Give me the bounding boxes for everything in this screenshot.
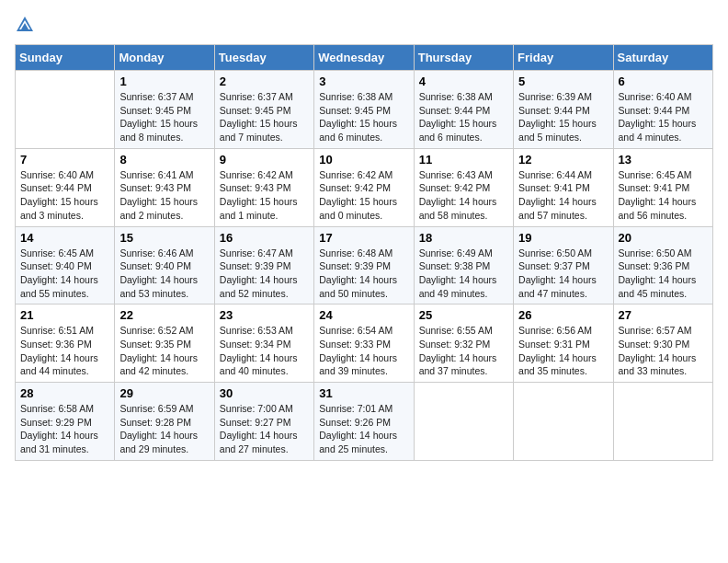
calendar-cell: 12Sunrise: 6:44 AM Sunset: 9:41 PM Dayli… [514,148,613,226]
day-info: Sunrise: 6:40 AM Sunset: 9:44 PM Dayligh… [619,90,708,144]
day-info: Sunrise: 6:47 AM Sunset: 9:39 PM Dayligh… [220,247,309,301]
day-header-saturday: Saturday [613,45,712,71]
calendar-cell: 20Sunrise: 6:50 AM Sunset: 9:36 PM Dayli… [613,226,712,304]
day-info: Sunrise: 7:01 AM Sunset: 9:26 PM Dayligh… [319,402,408,456]
day-info: Sunrise: 6:42 AM Sunset: 9:42 PM Dayligh… [319,168,408,223]
day-info: Sunrise: 6:59 AM Sunset: 9:28 PM Dayligh… [119,402,209,456]
day-number: 16 [220,231,309,245]
calendar-cell: 16Sunrise: 6:47 AM Sunset: 9:39 PM Dayli… [214,226,313,304]
day-number: 25 [419,308,508,322]
calendar-cell: 10Sunrise: 6:42 AM Sunset: 9:42 PM Dayli… [314,148,414,226]
day-info: Sunrise: 6:56 AM Sunset: 9:31 PM Dayligh… [518,324,608,378]
calendar-cell: 22Sunrise: 6:52 AM Sunset: 9:35 PM Dayli… [115,304,214,383]
day-number: 15 [119,231,209,245]
calendar-cell [613,383,712,461]
day-number: 2 [220,75,309,88]
calendar-cell: 19Sunrise: 6:50 AM Sunset: 9:37 PM Dayli… [514,226,613,304]
day-number: 6 [619,75,708,88]
day-header-wednesday: Wednesday [314,45,414,71]
calendar-week-row: 7Sunrise: 6:40 AM Sunset: 9:44 PM Daylig… [16,148,713,226]
day-info: Sunrise: 6:50 AM Sunset: 9:36 PM Dayligh… [619,247,708,301]
day-info: Sunrise: 6:53 AM Sunset: 9:34 PM Dayligh… [220,324,309,378]
calendar-cell: 27Sunrise: 6:57 AM Sunset: 9:30 PM Dayli… [613,304,712,383]
day-info: Sunrise: 6:52 AM Sunset: 9:35 PM Dayligh… [119,324,209,378]
day-info: Sunrise: 6:49 AM Sunset: 9:38 PM Dayligh… [419,247,508,301]
day-number: 11 [419,153,508,167]
calendar-cell: 30Sunrise: 7:00 AM Sunset: 9:27 PM Dayli… [214,383,313,461]
day-number: 10 [319,153,408,167]
calendar-cell: 5Sunrise: 6:39 AM Sunset: 9:44 PM Daylig… [514,71,613,149]
calendar-cell: 21Sunrise: 6:51 AM Sunset: 9:36 PM Dayli… [16,304,115,383]
day-info: Sunrise: 6:37 AM Sunset: 9:45 PM Dayligh… [220,90,309,144]
day-header-tuesday: Tuesday [214,45,313,71]
calendar-cell: 8Sunrise: 6:41 AM Sunset: 9:43 PM Daylig… [115,148,214,226]
calendar-cell [514,383,613,461]
day-info: Sunrise: 6:38 AM Sunset: 9:45 PM Dayligh… [319,90,408,144]
day-info: Sunrise: 6:42 AM Sunset: 9:43 PM Dayligh… [220,168,309,223]
day-number: 18 [419,231,508,245]
calendar-week-row: 14Sunrise: 6:45 AM Sunset: 9:40 PM Dayli… [16,226,713,304]
day-number: 24 [319,308,408,322]
calendar-cell: 23Sunrise: 6:53 AM Sunset: 9:34 PM Dayli… [214,304,313,383]
day-info: Sunrise: 6:57 AM Sunset: 9:30 PM Dayligh… [619,324,708,378]
day-number: 17 [319,231,408,245]
calendar-cell [16,71,115,149]
day-info: Sunrise: 6:54 AM Sunset: 9:33 PM Dayligh… [319,324,408,378]
day-info: Sunrise: 6:55 AM Sunset: 9:32 PM Dayligh… [419,324,508,378]
day-number: 29 [119,386,209,400]
calendar-cell: 31Sunrise: 7:01 AM Sunset: 9:26 PM Dayli… [314,383,414,461]
calendar-cell: 4Sunrise: 6:38 AM Sunset: 9:44 PM Daylig… [414,71,513,149]
calendar-cell: 3Sunrise: 6:38 AM Sunset: 9:45 PM Daylig… [314,71,414,149]
calendar-cell: 7Sunrise: 6:40 AM Sunset: 9:44 PM Daylig… [16,148,115,226]
calendar-cell: 6Sunrise: 6:40 AM Sunset: 9:44 PM Daylig… [613,71,712,149]
day-number: 7 [20,153,109,167]
day-number: 5 [518,75,608,88]
day-number: 13 [619,153,708,167]
day-number: 26 [518,308,608,322]
calendar-week-row: 21Sunrise: 6:51 AM Sunset: 9:36 PM Dayli… [16,304,713,383]
calendar-cell: 9Sunrise: 6:42 AM Sunset: 9:43 PM Daylig… [214,148,313,226]
calendar-cell: 18Sunrise: 6:49 AM Sunset: 9:38 PM Dayli… [414,226,513,304]
day-number: 12 [518,153,608,167]
day-info: Sunrise: 6:39 AM Sunset: 9:44 PM Dayligh… [518,90,608,144]
day-number: 8 [119,153,209,167]
calendar-cell: 11Sunrise: 6:43 AM Sunset: 9:42 PM Dayli… [414,148,513,226]
day-header-sunday: Sunday [16,45,115,71]
day-info: Sunrise: 6:48 AM Sunset: 9:39 PM Dayligh… [319,247,408,301]
calendar-header-row: SundayMondayTuesdayWednesdayThursdayFrid… [16,45,713,71]
day-number: 23 [220,308,309,322]
calendar-cell: 1Sunrise: 6:37 AM Sunset: 9:45 PM Daylig… [115,71,214,149]
day-header-monday: Monday [115,45,214,71]
calendar-cell: 2Sunrise: 6:37 AM Sunset: 9:45 PM Daylig… [214,71,313,149]
day-number: 21 [20,308,109,322]
calendar-cell: 24Sunrise: 6:54 AM Sunset: 9:33 PM Dayli… [314,304,414,383]
calendar-cell: 26Sunrise: 6:56 AM Sunset: 9:31 PM Dayli… [514,304,613,383]
day-number: 20 [619,231,708,245]
day-info: Sunrise: 6:37 AM Sunset: 9:45 PM Dayligh… [119,90,209,144]
day-number: 30 [220,386,309,400]
day-info: Sunrise: 6:50 AM Sunset: 9:37 PM Dayligh… [518,247,608,301]
calendar-cell: 28Sunrise: 6:58 AM Sunset: 9:29 PM Dayli… [16,383,115,461]
day-number: 1 [119,75,209,88]
day-number: 14 [20,231,109,245]
day-info: Sunrise: 6:43 AM Sunset: 9:42 PM Dayligh… [419,168,508,223]
day-info: Sunrise: 6:46 AM Sunset: 9:40 PM Dayligh… [119,247,209,301]
day-header-thursday: Thursday [414,45,513,71]
day-info: Sunrise: 6:41 AM Sunset: 9:43 PM Dayligh… [119,168,209,223]
day-number: 31 [319,386,408,400]
calendar-cell: 13Sunrise: 6:45 AM Sunset: 9:41 PM Dayli… [613,148,712,226]
day-number: 28 [20,386,109,400]
day-info: Sunrise: 6:40 AM Sunset: 9:44 PM Dayligh… [20,168,109,223]
calendar-cell: 17Sunrise: 6:48 AM Sunset: 9:39 PM Dayli… [314,226,414,304]
day-header-friday: Friday [514,45,613,71]
day-info: Sunrise: 7:00 AM Sunset: 9:27 PM Dayligh… [220,402,309,456]
calendar-table: SundayMondayTuesdayWednesdayThursdayFrid… [15,44,713,461]
day-info: Sunrise: 6:45 AM Sunset: 9:41 PM Dayligh… [619,168,708,223]
day-number: 27 [619,308,708,322]
calendar-cell [414,383,513,461]
day-number: 9 [220,153,309,167]
day-info: Sunrise: 6:58 AM Sunset: 9:29 PM Dayligh… [20,402,109,456]
day-info: Sunrise: 6:45 AM Sunset: 9:40 PM Dayligh… [20,247,109,301]
calendar-week-row: 1Sunrise: 6:37 AM Sunset: 9:45 PM Daylig… [16,71,713,149]
calendar-cell: 15Sunrise: 6:46 AM Sunset: 9:40 PM Dayli… [115,226,214,304]
